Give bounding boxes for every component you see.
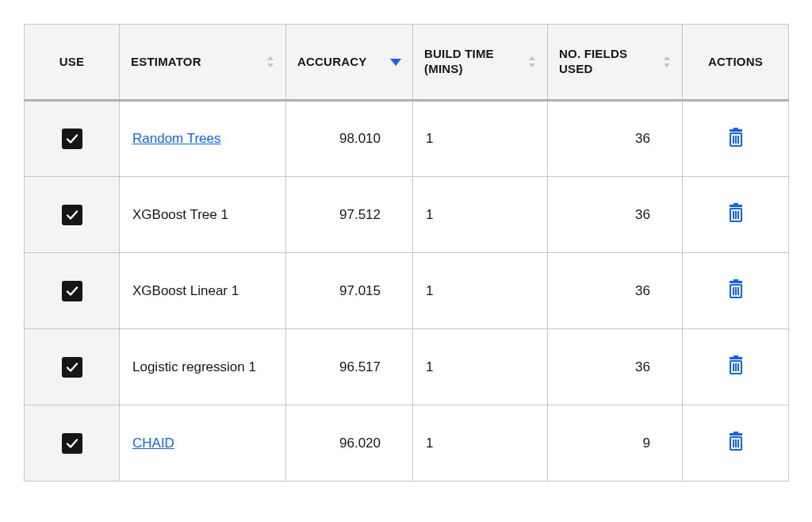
accuracy-cell: 96.020 <box>286 405 413 482</box>
col-header-use: USE <box>25 25 120 101</box>
col-header-label: USE <box>59 55 84 70</box>
svg-rect-7 <box>733 203 738 205</box>
col-header-label: BUILD TIME (MINS) <box>424 47 523 77</box>
table-row: XGBoost Tree 197.512136 <box>25 177 789 253</box>
col-header-label: ESTIMATOR <box>131 55 201 70</box>
col-header-accuracy[interactable]: ACCURACY <box>286 25 413 101</box>
actions-cell <box>683 177 789 253</box>
build-time-cell: 1 <box>413 253 548 329</box>
build-time-cell: 1 <box>413 101 548 177</box>
estimator-link[interactable]: Random Trees <box>132 131 221 146</box>
use-checkbox[interactable] <box>62 281 82 301</box>
use-checkbox[interactable] <box>62 433 82 454</box>
accuracy-cell: 98.010 <box>286 101 413 177</box>
table-row: XGBoost Linear 197.015136 <box>25 253 789 329</box>
fields-used-cell: 36 <box>548 177 683 253</box>
sort-icon <box>663 56 671 67</box>
sort-icon <box>266 56 274 67</box>
actions-cell <box>683 405 789 482</box>
actions-cell <box>683 253 789 329</box>
sort-desc-icon <box>390 59 401 66</box>
fields-used-cell: 36 <box>548 101 683 177</box>
svg-rect-13 <box>733 279 738 281</box>
accuracy-cell: 97.512 <box>286 177 413 253</box>
svg-rect-24 <box>730 433 742 436</box>
col-header-label: ACTIONS <box>708 55 763 70</box>
col-header-fields-used[interactable]: NO. FIELDS USED <box>548 25 683 101</box>
use-cell <box>25 253 120 329</box>
estimator-cell: Random Trees <box>120 101 286 177</box>
trash-icon <box>727 128 745 147</box>
use-cell <box>25 405 120 482</box>
col-header-label: ACCURACY <box>297 55 366 70</box>
col-header-actions: ACTIONS <box>683 25 789 101</box>
use-cell <box>25 101 120 177</box>
estimator-cell: Logistic regression 1 <box>120 329 286 405</box>
actions-cell <box>683 101 789 177</box>
build-time-cell: 1 <box>413 405 548 482</box>
build-time-cell: 1 <box>413 329 548 405</box>
estimator-cell: XGBoost Tree 1 <box>120 177 286 253</box>
accuracy-cell: 96.517 <box>286 329 413 405</box>
trash-icon <box>727 355 745 374</box>
svg-rect-12 <box>730 281 742 283</box>
trash-icon <box>727 203 745 222</box>
estimator-name: XGBoost Linear 1 <box>132 283 239 298</box>
delete-button[interactable] <box>727 355 745 374</box>
sort-icon <box>528 56 536 67</box>
fields-used-cell: 36 <box>548 329 683 405</box>
delete-button[interactable] <box>727 279 745 298</box>
use-checkbox[interactable] <box>62 357 82 378</box>
col-header-label: NO. FIELDS USED <box>559 47 658 77</box>
delete-button[interactable] <box>727 128 745 147</box>
fields-used-cell: 36 <box>548 253 683 329</box>
accuracy-cell: 97.015 <box>286 253 413 329</box>
table-row: Random Trees98.010136 <box>25 101 789 177</box>
trash-icon <box>727 279 745 298</box>
fields-used-cell: 9 <box>548 405 683 482</box>
estimator-table: USE ESTIMATOR ACCURACY BUILD <box>24 24 789 482</box>
delete-button[interactable] <box>727 432 745 451</box>
delete-button[interactable] <box>727 203 745 222</box>
table-row: CHAID96.02019 <box>25 405 789 482</box>
use-checkbox[interactable] <box>62 205 82 225</box>
svg-rect-0 <box>730 129 742 132</box>
estimator-cell: CHAID <box>120 405 286 482</box>
build-time-cell: 1 <box>413 177 548 253</box>
use-checkbox[interactable] <box>62 129 82 149</box>
svg-rect-19 <box>733 355 738 357</box>
svg-rect-1 <box>733 128 738 129</box>
table-row: Logistic regression 196.517136 <box>25 329 789 405</box>
use-cell <box>25 329 120 405</box>
estimator-cell: XGBoost Linear 1 <box>120 253 286 329</box>
estimator-name: Logistic regression 1 <box>132 359 256 374</box>
estimator-name: XGBoost Tree 1 <box>132 207 228 222</box>
col-header-build-time[interactable]: BUILD TIME (MINS) <box>413 25 548 101</box>
trash-icon <box>727 432 745 451</box>
use-cell <box>25 177 120 253</box>
actions-cell <box>683 329 789 405</box>
estimator-link[interactable]: CHAID <box>132 436 174 451</box>
svg-rect-18 <box>730 357 742 359</box>
col-header-estimator[interactable]: ESTIMATOR <box>120 25 286 101</box>
svg-rect-6 <box>730 205 742 207</box>
svg-rect-25 <box>733 432 738 433</box>
